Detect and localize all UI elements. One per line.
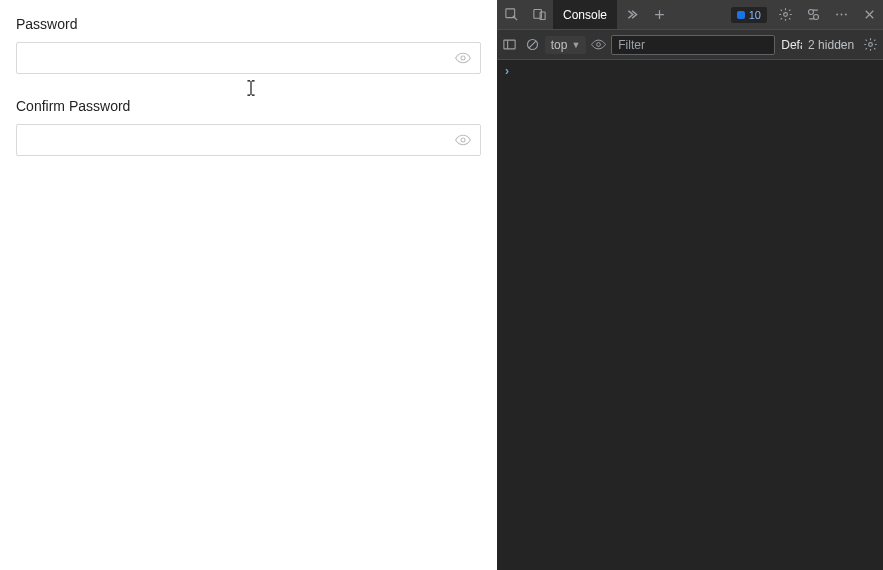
inspect-element-icon[interactable] — [497, 1, 525, 29]
password-input-wrapper — [16, 42, 481, 74]
svg-rect-11 — [504, 40, 515, 49]
svg-point-16 — [869, 43, 873, 47]
console-settings-gear-icon[interactable] — [860, 31, 881, 59]
experiments-icon[interactable] — [799, 1, 827, 29]
page-content: Password Confirm Password — [0, 0, 497, 570]
svg-point-1 — [461, 138, 465, 142]
svg-point-9 — [840, 14, 842, 16]
console-body[interactable]: › — [497, 60, 883, 570]
password-label: Password — [16, 16, 481, 32]
settings-gear-icon[interactable] — [771, 1, 799, 29]
hidden-messages-count[interactable]: 2 hidden — [804, 38, 858, 52]
close-devtools-icon[interactable] — [855, 1, 883, 29]
issues-badge[interactable]: 10 — [731, 7, 767, 23]
svg-point-0 — [461, 56, 465, 60]
confirm-password-label: Confirm Password — [16, 98, 481, 114]
svg-point-10 — [844, 14, 846, 16]
eye-icon[interactable] — [455, 50, 471, 66]
sidebar-toggle-icon[interactable] — [499, 31, 520, 59]
text-cursor-icon — [244, 80, 258, 94]
new-tab-plus-icon[interactable] — [645, 1, 673, 29]
clear-console-icon[interactable] — [522, 31, 543, 59]
filter-input[interactable] — [611, 35, 775, 55]
issues-count: 10 — [749, 9, 761, 21]
devtools-toolbar: Console 10 — [497, 0, 883, 30]
live-expression-eye-icon[interactable] — [588, 31, 609, 59]
password-input[interactable] — [16, 42, 481, 74]
svg-point-15 — [597, 43, 601, 47]
svg-point-7 — [813, 15, 818, 20]
issue-dot-icon — [737, 11, 745, 19]
prompt-caret-icon: › — [505, 64, 509, 78]
confirm-password-input[interactable] — [16, 124, 481, 156]
confirm-password-field-group: Confirm Password — [16, 98, 481, 156]
svg-point-5 — [783, 13, 787, 17]
tab-console[interactable]: Console — [553, 0, 617, 29]
password-field-group: Password — [16, 16, 481, 74]
log-level-selector[interactable]: Defa — [777, 38, 802, 52]
device-toggle-icon[interactable] — [525, 1, 553, 29]
context-selector[interactable]: top ▼ — [545, 36, 587, 54]
console-prompt-row[interactable]: › — [497, 60, 883, 82]
svg-line-14 — [529, 41, 536, 48]
console-toolbar: top ▼ Defa 2 hidden — [497, 30, 883, 60]
context-label: top — [551, 38, 568, 52]
chevron-down-icon: ▼ — [571, 40, 580, 50]
eye-icon[interactable] — [455, 132, 471, 148]
kebab-menu-icon[interactable] — [827, 1, 855, 29]
more-tabs-chevron-icon[interactable] — [617, 1, 645, 29]
svg-point-8 — [836, 14, 838, 16]
devtools-tab-icons — [497, 1, 553, 29]
confirm-password-input-wrapper — [16, 124, 481, 156]
svg-point-6 — [808, 10, 813, 15]
devtools-panel: Console 10 — [497, 0, 883, 570]
